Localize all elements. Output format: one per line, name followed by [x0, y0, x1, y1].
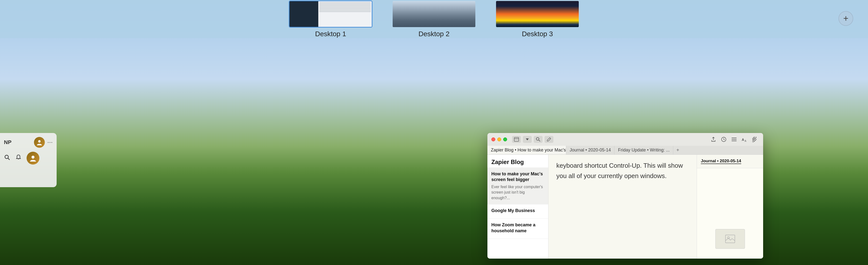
close-button[interactable] — [491, 138, 495, 141]
new-tab-button[interactable]: + — [673, 146, 682, 154]
svg-point-1 — [5, 155, 8, 158]
desktop-1-thumb[interactable]: Desktop 1 — [289, 0, 372, 38]
desktop-1-preview[interactable] — [289, 0, 372, 28]
np-badge: NP — [4, 139, 11, 146]
notes-content — [697, 168, 763, 259]
d1-row — [319, 2, 371, 3]
notes-header: Journal • 2020-05-14 — [697, 155, 763, 168]
history-button[interactable] — [719, 135, 728, 144]
left-panel-header: NP ⋯ — [4, 137, 53, 148]
bell-icon — [15, 154, 22, 162]
svg-text:A: A — [742, 138, 744, 142]
svg-rect-4 — [514, 138, 519, 141]
browser-content: Zapier Blog How to make your Mac's scree… — [488, 155, 763, 259]
d1-row — [319, 5, 371, 6]
desktop-2-preview[interactable] — [392, 0, 476, 28]
notes-image-placeholder — [715, 229, 745, 249]
desktop-3-thumb[interactable]: Desktop 3 — [496, 0, 579, 38]
tab-3-label: Friday Update • Writing: ... — [618, 148, 670, 153]
svg-text:A: A — [745, 140, 746, 142]
svg-point-3 — [32, 156, 34, 158]
edit-button[interactable] — [545, 136, 553, 143]
add-desktop-button[interactable]: + — [838, 11, 853, 26]
svg-point-0 — [38, 140, 41, 143]
find-button[interactable] — [534, 136, 542, 143]
desktop-3-label: Desktop 3 — [522, 30, 553, 38]
d1-row — [319, 11, 371, 12]
desktop-2-content — [393, 1, 475, 27]
d2-rocks — [393, 14, 475, 27]
svg-rect-14 — [725, 235, 735, 243]
mission-control-bar: Desktop 1 Desktop 2 Desktop 3 + — [0, 0, 868, 38]
search-icon[interactable] — [4, 154, 10, 162]
notes-tab-1[interactable]: Journal • 2020-05-14 — [701, 158, 741, 164]
browser-toolbar-right: A A — [709, 135, 759, 144]
d1-main — [318, 1, 372, 27]
article-item-3[interactable]: How Zoom became a household name — [488, 219, 548, 239]
svg-point-6 — [536, 138, 539, 140]
traffic-lights — [491, 138, 507, 141]
layout-dropdown-button[interactable] — [523, 136, 532, 143]
font-size-button[interactable]: A A — [740, 135, 749, 144]
avatar — [34, 137, 45, 148]
desktop-3-content — [496, 1, 579, 27]
desktop-1-content — [289, 1, 372, 27]
article-item-2[interactable]: Google My Business — [488, 204, 548, 219]
article-content: keyboard shortcut Control-Up. This will … — [549, 155, 697, 259]
tab-1[interactable]: Zapier Blog • How to make your Mac's scr… — [488, 146, 566, 154]
svg-line-2 — [8, 158, 10, 160]
list-view-button[interactable] — [730, 135, 739, 144]
browser-window: A A Zapier Blog • How to make your Mac's… — [488, 133, 763, 259]
left-panel-row2 — [4, 152, 53, 165]
article-body-text: keyboard shortcut Control-Up. This will … — [556, 160, 689, 181]
d1-row — [319, 7, 371, 8]
tab-2[interactable]: Journal • 2020-05-14 — [566, 146, 615, 154]
minimize-button[interactable] — [497, 138, 501, 141]
d1-row — [319, 8, 371, 9]
d1-row — [319, 4, 371, 5]
article-sidebar-header: Zapier Blog — [488, 155, 548, 168]
article-item-1[interactable]: How to make your Mac's screen feel bigge… — [488, 168, 548, 204]
desktop-2-label: Desktop 2 — [418, 30, 450, 38]
svg-line-7 — [539, 140, 540, 142]
more-options-button[interactable]: ⋯ — [47, 139, 53, 146]
article-title-3: How Zoom became a household name — [491, 222, 544, 234]
titlebar-controls — [512, 136, 553, 143]
desktop-3-preview[interactable] — [496, 0, 579, 28]
tab-3[interactable]: Friday Update • Writing: ... — [615, 146, 673, 154]
new-tab-icon: + — [676, 147, 679, 153]
left-panel: NP ⋯ — [0, 133, 57, 187]
d1-sidebar — [289, 1, 318, 27]
browser-titlebar: A A — [488, 133, 763, 146]
tab-2-label: Journal • 2020-05-14 — [570, 148, 611, 153]
article-sidebar: Zapier Blog How to make your Mac's scree… — [488, 155, 549, 259]
user-avatar[interactable] — [27, 152, 39, 165]
desktop-2-thumb[interactable]: Desktop 2 — [392, 0, 476, 38]
d1-row — [319, 9, 371, 10]
attachment-button[interactable] — [750, 135, 759, 144]
article-title-1: How to make your Mac's screen feel bigge… — [491, 171, 544, 183]
tab-1-label: Zapier Blog • How to make your Mac's scr… — [491, 148, 566, 153]
notes-panel: Journal • 2020-05-14 — [697, 155, 763, 259]
maximize-button[interactable] — [503, 138, 507, 141]
zapier-blog-title: Zapier Blog — [491, 158, 524, 165]
share-button[interactable] — [709, 135, 718, 144]
tab-bar: Zapier Blog • How to make your Mac's scr… — [488, 146, 763, 155]
article-excerpt-1: Ever feel like your computer's screen ju… — [491, 184, 544, 201]
window-layout-button[interactable] — [512, 136, 521, 143]
desktop-1-label: Desktop 1 — [315, 30, 346, 38]
article-title-2: Google My Business — [491, 208, 544, 213]
